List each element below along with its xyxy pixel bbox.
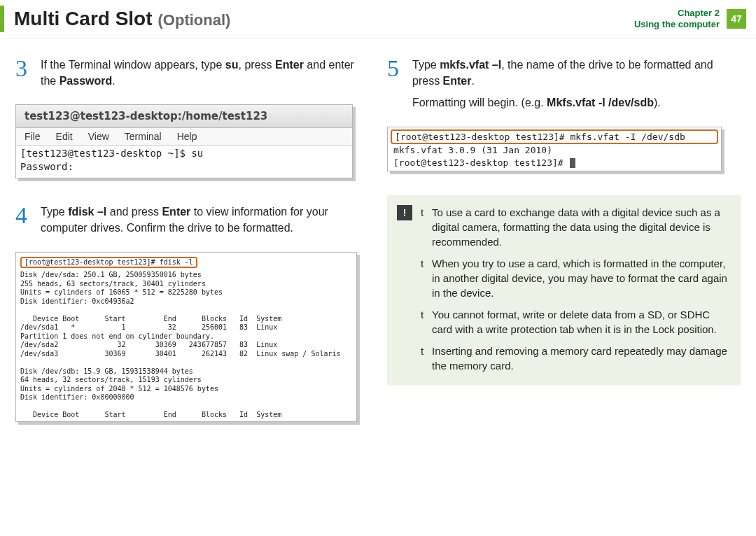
content-columns: 3 If the Terminal window appears, type s… xyxy=(0,38,756,422)
page-number-badge: 47 xyxy=(727,9,746,29)
step-5: 5 Type mkfs.vfat –I, the name of the dri… xyxy=(387,57,741,117)
step-3: 3 If the Terminal window appears, type s… xyxy=(15,57,369,94)
fdisk-output: Disk /dev/sda: 250.1 GB, 250059350016 by… xyxy=(20,271,352,420)
note-list: t To use a card to exchange data with a … xyxy=(421,205,729,373)
chapter-line-1: Chapter 2 xyxy=(634,8,720,19)
alert-icon: ! xyxy=(397,205,412,220)
mkfs-command-highlight: [root@test123-desktop test123]# mkfs.vfa… xyxy=(391,129,718,145)
terminal-content: [test123@test123-desktop ~]$ su Password… xyxy=(16,146,352,178)
terminal-screenshot-step5: [root@test123-desktop test123]# mkfs.vfa… xyxy=(387,127,722,172)
menu-view: View xyxy=(88,131,109,142)
note-item: t When you try to use a card, which is f… xyxy=(421,256,729,300)
menu-help: Help xyxy=(177,131,197,142)
right-column: 5 Type mkfs.vfat –I, the name of the dri… xyxy=(387,57,741,422)
page-subtitle: (Optional) xyxy=(158,11,231,29)
note-text: Inserting and removing a memory card rep… xyxy=(432,344,729,373)
step-number: 5 xyxy=(387,57,404,117)
terminal-screenshot-step4: [root@test123-desktop test123]# fdisk -l… xyxy=(15,252,357,422)
note-panel: ! t To use a card to exchange data with … xyxy=(387,195,741,386)
note-text: To use a card to exchange data with a di… xyxy=(432,205,729,249)
menu-edit: Edit xyxy=(56,131,73,142)
step-number: 4 xyxy=(15,204,32,241)
step-3-text: If the Terminal window appears, type su,… xyxy=(41,57,369,94)
note-item: t You cannot format, write or delete dat… xyxy=(421,307,729,337)
step-number: 3 xyxy=(15,57,32,94)
menu-terminal: Terminal xyxy=(125,131,162,142)
note-item: t Inserting and removing a memory card r… xyxy=(421,344,729,373)
terminal-screenshot-step3: test123@test123-desktop:/home/test123 Fi… xyxy=(15,104,353,178)
left-column: 3 If the Terminal window appears, type s… xyxy=(15,57,369,422)
chapter-label: Chapter 2 Using the computer xyxy=(634,8,720,29)
page-header: Multi Card Slot (Optional) Chapter 2 Usi… xyxy=(0,0,756,38)
step-5-text: Type mkfs.vfat –I, the name of the drive… xyxy=(412,57,741,117)
fdisk-command-highlight: [root@test123-desktop test123]# fdisk -l xyxy=(20,257,197,269)
page-title: Multi Card Slot xyxy=(14,8,153,30)
note-item: t To use a card to exchange data with a … xyxy=(421,205,729,249)
mkfs-output: mkfs.vfat 3.0.9 (31 Jan 2010) [root@test… xyxy=(391,144,718,169)
header-accent-bar xyxy=(0,6,4,32)
terminal-cursor xyxy=(570,158,575,168)
terminal-titlebar: test123@test123-desktop:/home/test123 xyxy=(16,105,352,128)
chapter-line-2: Using the computer xyxy=(634,19,720,30)
step-4-text: Type fdisk –l and press Enter to view in… xyxy=(41,204,369,241)
note-text: When you try to use a card, which is for… xyxy=(432,256,729,300)
step-4: 4 Type fdisk –l and press Enter to view … xyxy=(15,204,369,241)
menu-file: File xyxy=(24,131,41,142)
terminal-menubar: File Edit View Terminal Help xyxy=(16,128,352,146)
note-text: You cannot format, write or delete data … xyxy=(432,307,729,337)
